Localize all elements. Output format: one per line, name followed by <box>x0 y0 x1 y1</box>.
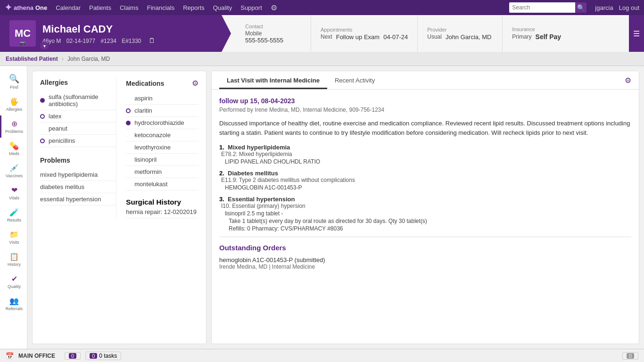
appointments-section: Appointments Next Follow up Exam 04-07-2… <box>311 15 418 52</box>
tab-last-visit[interactable]: Last Visit with Internal Medicine <box>219 71 327 89</box>
allergy-dot-empty2 <box>40 139 45 143</box>
visit-title: follow up 15, 08-04-2023 <box>219 97 631 105</box>
sidebar-label-results: Results <box>7 218 21 222</box>
allergy-item-sulfa: sulfa (sulfonamide antibiotics) <box>40 91 116 110</box>
right-panel-gear-button[interactable]: ⚙ <box>625 76 631 85</box>
vaccines-icon: 💉 <box>9 164 19 173</box>
problems-title: Problems <box>40 156 116 164</box>
search-button[interactable]: 🔍 <box>575 2 586 13</box>
established-patient-link[interactable]: Established Patient <box>6 56 58 62</box>
med-item-levo: levothyroxine <box>126 141 198 154</box>
outstanding-orders-title: Outstanding Orders <box>219 244 631 252</box>
mobile-value: 555-555-5555 <box>245 37 301 44</box>
nav-claims[interactable]: Claims <box>120 4 139 11</box>
nav-reports[interactable]: Reports <box>183 4 205 11</box>
badge-count-1: 0 <box>69 353 76 359</box>
med-item-metformin: metformin <box>126 166 198 178</box>
order-meta: Irende Medina, MD | Internal Medicine <box>219 263 631 270</box>
diagnosis-1: 1. Mixed hyperlipidemia E78.2: Mixed hyp… <box>219 144 631 165</box>
status-badge-3: 0 <box>622 352 638 360</box>
sidebar-label-vitals: Vitals <box>9 196 19 200</box>
sidebar-item-find[interactable]: 🔍 Find <box>0 70 27 93</box>
sidebar-item-referrals[interactable]: 👥 Referrals <box>0 293 27 315</box>
surgical-item-0: hernia repair: 12-0202019 <box>126 206 198 218</box>
meds-icon: 💊 <box>9 141 19 150</box>
status-bar: 📅 MAIN OFFICE 0 0 0 tasks 0 <box>0 349 644 362</box>
history-icon: 📋 <box>9 252 19 261</box>
logout-button[interactable]: Log out <box>619 4 639 11</box>
sidebar-item-vaccines[interactable]: 💉 Vaccines <box>0 160 27 182</box>
sidebar-item-meds[interactable]: 💊 Meds <box>0 138 27 160</box>
calendar-icon: 📅 <box>6 352 14 360</box>
sidebar-label-vaccines: Vaccines <box>6 173 23 178</box>
order-item-0: hemoglobin A1C-001453-P (submitted) Iren… <box>219 256 631 270</box>
dx2-code: E11.9: Type 2 diabetes mellitus without … <box>221 177 631 183</box>
med-item-lisinopril: lisinopril <box>126 154 198 166</box>
settings-icon[interactable]: ⚙ <box>271 3 277 12</box>
problem-item-0: mixed hyperlipidemia <box>40 169 116 181</box>
allergy-item-penicillins: penicillins <box>40 135 116 147</box>
sidebar-label-allergies: Allergies <box>6 107 23 112</box>
right-panel-header: Last Visit with Internal Medicine Recent… <box>212 71 639 90</box>
sidebar-item-history[interactable]: 📋 History <box>0 248 27 271</box>
sidebar-label-history: History <box>8 262 21 267</box>
allergy-item-latex: latex <box>40 110 116 123</box>
primary-label: Primary <box>512 33 531 40</box>
dx3-code: I10. Essential (primary) hypersion <box>221 203 631 209</box>
left-panel-columns: Allergies sulfa (sulfonamide antibiotics… <box>40 79 198 218</box>
vitals-icon: ❤ <box>11 186 17 195</box>
patient-details: 46yo M 02-14-1977 #1234 E#1330 🗒 <box>42 37 163 44</box>
allergy-dot-empty <box>40 114 45 119</box>
med-item-keto: ketoconazole <box>126 129 198 141</box>
top-navigation: ✦ athenaOne Calendar Patients Claims Fin… <box>0 0 644 15</box>
tab-recent-activity[interactable]: Recent Activity <box>327 71 382 89</box>
nav-calendar[interactable]: Calendar <box>56 4 81 11</box>
dx1-number: 1. <box>219 144 224 151</box>
nav-quality[interactable]: Quality <box>213 4 232 11</box>
results-icon: 🧪 <box>9 208 19 217</box>
diagnosis-3: 3. Essential hypertension I10. Essential… <box>219 196 631 232</box>
sidebar-item-visits[interactable]: 📁 Visits <box>0 226 27 248</box>
patient-info: Michael CADY 46yo M 02-14-1977 #1234 E#1… <box>42 23 163 44</box>
dx3-number: 3. <box>219 196 224 203</box>
sidebar-label-visits: Visits <box>9 240 19 245</box>
nav-support[interactable]: Support <box>240 4 262 11</box>
patient-dob: 02-14-1977 <box>66 38 95 44</box>
allergies-section: Allergies sulfa (sulfonamide antibiotics… <box>40 79 116 147</box>
office-name: MAIN OFFICE <box>18 353 55 359</box>
next-label: Next <box>321 33 332 40</box>
hamburger-button[interactable]: ☰ <box>629 15 644 52</box>
visits-icon: 📁 <box>9 230 19 239</box>
meds-gear-button[interactable]: ⚙ <box>192 79 198 88</box>
main-layout: 🔍 Find 🖐 Allergies ⊕ Problems 💊 Meds 💉 V… <box>0 66 644 349</box>
sidebar-item-results[interactable]: 🧪 Results <box>0 204 27 226</box>
quality-icon: ✔ <box>11 274 17 283</box>
sidebar-item-allergies[interactable]: 🖐 Allergies <box>0 93 27 115</box>
appt-type: Follow up Exam <box>336 33 380 41</box>
dx1-test: LIPID PANEL AND CHOL/HDL RATIO <box>225 158 631 165</box>
sidebar-item-problems[interactable]: ⊕ Problems <box>0 115 27 138</box>
left-col: Allergies sulfa (sulfonamide antibiotics… <box>40 79 116 218</box>
logo: ✦ athenaOne <box>5 2 47 13</box>
search-input[interactable] <box>509 2 575 13</box>
nav-financials[interactable]: Financials <box>147 4 175 11</box>
sidebar-item-quality[interactable]: ✔ Quality <box>0 271 27 293</box>
patient-name: Michael CADY <box>42 23 163 35</box>
left-panel: Allergies sulfa (sulfonamide antibiotics… <box>32 71 206 344</box>
meds-header: Medications ⚙ <box>126 79 198 88</box>
provider-name: John Garcia, MD <box>446 33 492 41</box>
chevron-down-button[interactable]: ▾ <box>40 41 49 50</box>
med-item-aspirin: aspirin <box>126 92 198 105</box>
appt-date: 04-07-24 <box>383 33 408 41</box>
user-info: jgarcia Log out <box>595 4 639 11</box>
sidebar-label-meds: Meds <box>9 151 19 156</box>
referrals-icon: 👥 <box>9 296 19 305</box>
nav-patients[interactable]: Patients <box>89 4 111 11</box>
visit-meta: Performed by Irene Medina, MD, Internal … <box>219 107 631 113</box>
patient-header-left: MC 📷 Michael CADY 46yo M 02-14-1977 #123… <box>5 15 222 52</box>
sub-header: Established Patient › John Garcia, MD <box>0 52 644 66</box>
sidebar-item-vitals[interactable]: ❤ Vitals <box>0 182 27 204</box>
dx1-title: Mixed hyperlipidemia <box>228 144 290 151</box>
dx2-title: Diabetes mellitus <box>228 170 278 177</box>
sidebar-label-problems: Problems <box>5 129 23 134</box>
